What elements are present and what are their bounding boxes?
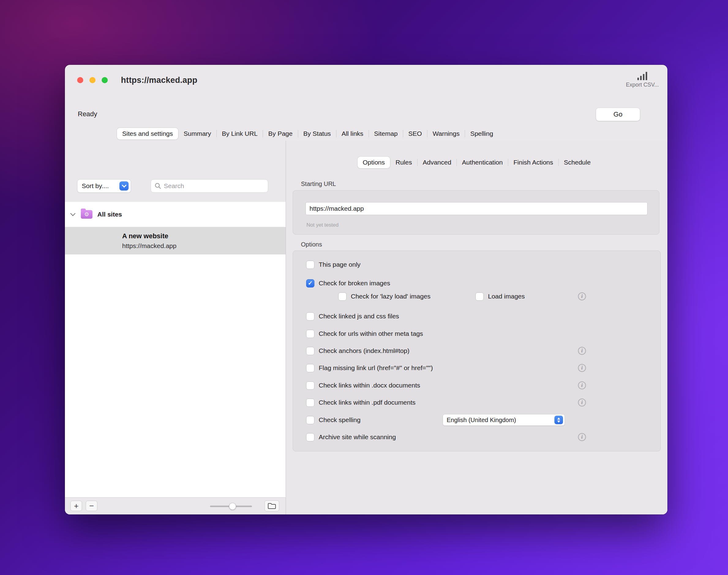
tab-all-links[interactable]: All links [337,128,369,139]
remove-site-button[interactable]: − [86,501,97,511]
tab-authentication[interactable]: Authentication [457,157,508,168]
popup-stepper-icon [555,416,563,424]
main-tab-bar: Sites and settings Summary By Link URL B… [117,127,498,141]
export-csv-label: Export CSV... [626,82,659,88]
options-group: ✓ This page only ✓ Check for broken imag… [293,250,661,451]
sort-dropdown-badge [119,181,129,191]
row-size-slider[interactable] [210,506,252,507]
option-row: ✓ Check links within .docx documents i [293,379,660,392]
checkbox-check-spelling[interactable]: ✓ [306,416,314,424]
checkbox-label: Check anchors (index.html#top) [319,347,409,354]
tab-seo[interactable]: SEO [403,128,427,139]
checkbox-label: Check linked js and css files [319,312,399,320]
checkbox-missing-link-url[interactable]: ✓ [306,364,314,372]
tab-by-link-url[interactable]: By Link URL [217,128,263,139]
tab-options[interactable]: Options [357,157,390,168]
tab-spelling[interactable]: Spelling [465,128,498,139]
tab-sites-and-settings[interactable]: Sites and settings [117,128,178,139]
checkbox-lazy-load-images[interactable]: ✓ [338,293,347,301]
spelling-language-popup[interactable]: English (United Kingdom) [443,414,565,426]
info-icon[interactable]: i [578,399,586,406]
spelling-language-value: English (United Kingdom) [447,416,516,424]
bar-chart-icon [637,72,647,80]
sort-by-button[interactable]: Sort by.... [77,179,131,193]
search-field[interactable] [151,179,268,193]
starting-url-label: Starting URL [301,180,336,188]
checkbox-archive-site[interactable]: ✓ [306,433,314,441]
url-test-status: Not yet tested [307,222,339,228]
sites-list: ⚙ All sites A new website https://macked… [65,202,286,497]
starting-url-input[interactable] [306,202,647,215]
tab-schedule[interactable]: Schedule [559,157,596,168]
sidebar-footer: + − [65,497,286,514]
minimize-button[interactable] [89,77,96,83]
detail-tab-bar: Options Rules Advanced Authentication Fi… [286,157,667,168]
checkbox-label: Check for urls within other meta tags [319,330,423,337]
option-row: ✓ Archive site while scanning i [293,431,660,443]
info-icon[interactable]: i [578,347,586,355]
checkbox-label: Check links within .pdf documents [319,399,415,406]
options-section-label: Options [301,241,322,248]
checkbox-docx-links[interactable]: ✓ [306,381,314,390]
slider-handle[interactable] [229,503,236,510]
all-sites-label: All sites [97,211,122,218]
add-site-button[interactable]: + [70,501,82,511]
tab-summary[interactable]: Summary [179,128,216,139]
option-row-sub: ✓ Check for 'lazy load' images ✓ Load im… [293,290,660,303]
checkbox-label: This page only [319,261,361,268]
site-row-selected[interactable]: A new website https://macked.app [65,227,286,255]
tab-rules[interactable]: Rules [390,157,417,168]
app-window: https://macked.app Export CSV... Ready G… [65,65,667,514]
option-row: ✓ Check anchors (index.html#top) i [293,345,660,357]
option-row: ✓ This page only [293,259,660,271]
checkbox-pdf-links[interactable]: ✓ [306,399,314,407]
option-row: ✓ Check for urls within other meta tags [293,328,660,340]
checkbox-broken-images[interactable]: ✓ [306,279,314,288]
checkbox-load-images[interactable]: ✓ [475,293,484,301]
checkbox-label: Check links within .docx documents [319,382,420,389]
checkbox-label: Flag missing link url (href="#" or href=… [319,364,433,372]
site-name: A new website [122,232,286,240]
tab-sitemap[interactable]: Sitemap [369,128,403,139]
site-url: https://macked.app [122,242,286,249]
tab-finish-actions[interactable]: Finish Actions [508,157,559,168]
option-row: ✓ Check links within .pdf documents i [293,396,660,409]
checkbox-this-page-only[interactable]: ✓ [306,261,314,269]
status-text: Ready [78,110,97,118]
info-icon[interactable]: i [578,293,586,300]
smart-folder-icon: ⚙ [81,210,92,219]
tab-advanced[interactable]: Advanced [418,157,456,168]
option-row: ✓ Flag missing link url (href="#" or hre… [293,362,660,374]
checkbox-label: Load images [488,293,525,300]
window-title: https://macked.app [121,75,197,85]
tab-warnings[interactable]: Warnings [428,128,465,139]
zoom-button[interactable] [102,77,108,83]
search-input[interactable] [164,182,264,190]
checkbox-linked-js-css[interactable]: ✓ [306,312,314,320]
checkbox-label: Check for 'lazy load' images [351,293,431,300]
new-folder-button[interactable] [264,500,279,511]
all-sites-row[interactable]: ⚙ All sites [65,202,286,227]
tab-by-status[interactable]: By Status [298,128,336,139]
starting-url-group: Not yet tested [293,190,659,235]
info-icon[interactable]: i [578,433,586,441]
settings-panel: Options Rules Advanced Authentication Fi… [286,141,667,514]
option-row: ✓ Check spelling English (United Kingdom… [293,414,660,426]
info-icon[interactable]: i [578,381,586,390]
option-row: ✓ Check for broken images [293,277,660,289]
go-button[interactable]: Go [596,108,640,121]
checkbox-label: Check for broken images [319,279,390,287]
export-csv-button[interactable]: Export CSV... [626,72,659,88]
search-icon [155,182,161,189]
checkbox-label: Archive site while scanning [319,433,396,441]
sort-by-label: Sort by.... [82,182,109,190]
folder-icon [267,503,276,509]
close-button[interactable] [77,77,83,83]
checkbox-meta-tags[interactable]: ✓ [306,330,314,338]
checkbox-anchors[interactable]: ✓ [306,347,314,355]
info-icon[interactable]: i [578,364,586,372]
disclosure-chevron-icon[interactable] [70,211,75,216]
tab-by-page[interactable]: By Page [263,128,297,139]
option-row: ✓ Check linked js and css files [293,310,660,323]
checkbox-label: Check spelling [319,416,361,424]
